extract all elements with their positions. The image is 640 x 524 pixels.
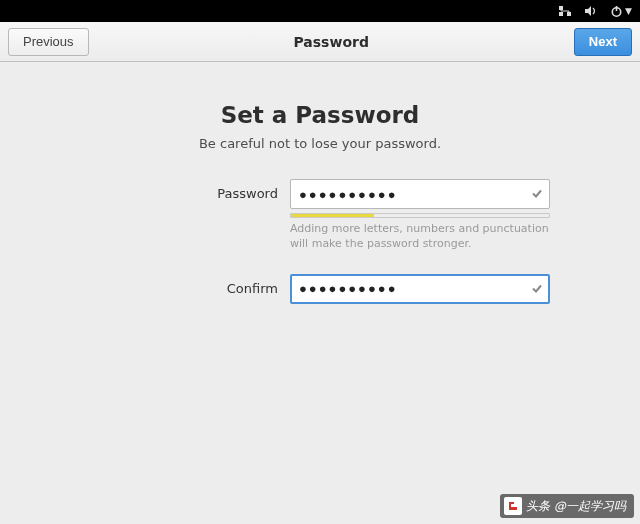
confirm-field-wrap [290, 274, 550, 304]
check-icon [531, 185, 543, 204]
password-label: Password [90, 179, 290, 209]
next-button[interactable]: Next [574, 28, 632, 56]
check-icon [531, 279, 543, 298]
previous-button[interactable]: Previous [8, 28, 89, 56]
header-bar: Previous Password Next [0, 22, 640, 62]
password-input[interactable] [290, 179, 550, 209]
page-title: Password [293, 34, 368, 50]
svg-rect-4 [616, 6, 618, 11]
chevron-down-icon: ▼ [625, 6, 632, 16]
system-top-bar: ▼ [0, 0, 640, 22]
watermark: 头条 @一起学习吗 [500, 494, 634, 518]
password-strength-meter [290, 213, 550, 218]
power-icon[interactable]: ▼ [610, 5, 632, 18]
watermark-text: 头条 @一起学习吗 [526, 498, 626, 515]
svg-rect-0 [559, 6, 563, 10]
heading: Set a Password [0, 102, 640, 128]
strength-fill [291, 214, 374, 217]
password-form: Password Adding more letters, numbers an… [0, 179, 640, 304]
network-icon[interactable] [558, 5, 572, 17]
svg-rect-2 [559, 12, 563, 16]
password-hint: Adding more letters, numbers and punctua… [290, 222, 550, 252]
confirm-input[interactable] [290, 274, 550, 304]
subheading: Be careful not to lose your password. [0, 136, 640, 151]
watermark-icon [504, 497, 522, 515]
main-content: Set a Password Be careful not to lose yo… [0, 62, 640, 304]
confirm-label: Confirm [90, 274, 290, 304]
password-field-wrap [290, 179, 550, 209]
volume-icon[interactable] [584, 5, 598, 17]
svg-rect-1 [567, 12, 571, 16]
